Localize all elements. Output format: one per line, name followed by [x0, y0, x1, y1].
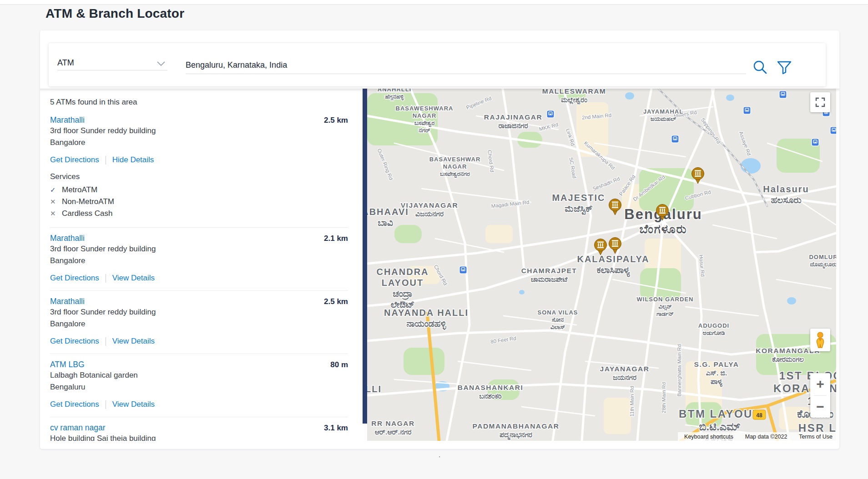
area-label: RR NAGAR: [371, 419, 415, 427]
results-scrollbar[interactable]: [363, 89, 367, 441]
cross-icon: ✕: [50, 198, 62, 206]
result-head: ATM LBG80 m: [50, 360, 348, 369]
get-directions-link[interactable]: Get Directions: [50, 400, 99, 409]
road-label: Bannerghatta Main Rd: [676, 344, 682, 396]
metro-station-icon: [671, 135, 679, 143]
area-label: ADUGODI: [698, 322, 729, 329]
service-label: Non-MetroATM: [62, 197, 114, 206]
area-label: JAYANAGAR: [600, 365, 650, 373]
map[interactable]: Pipeline Rd2nd Main RdMKK RdMillers RdSe…: [367, 89, 836, 441]
result-head: cv raman nagar3.1 km: [50, 423, 348, 433]
details-link[interactable]: View Details: [112, 400, 155, 409]
area-label: BASAVESHWAR: [429, 156, 481, 163]
get-directions-link[interactable]: Get Directions: [50, 155, 99, 165]
commercial-area: [604, 398, 631, 434]
map-canvas[interactable]: Pipeline Rd2nd Main RdMKK RdMillers RdSe…: [367, 89, 836, 441]
area-label: ದೊಮ್ಮಲೂರು: [810, 261, 836, 269]
address-line: 3rd floor Sunder reddy building: [50, 243, 348, 255]
area-label: S.G. PALYA: [694, 360, 739, 368]
area-label: ಹಲಸೂರು: [771, 195, 801, 205]
metro-station-icon: [743, 107, 751, 114]
metro-station-icon: [459, 266, 467, 274]
cross-icon: ✕: [50, 210, 62, 218]
area-label: NAYANDA HALLI: [384, 308, 469, 318]
area-label: LAYOUT: [382, 278, 424, 288]
result-item: Marathalli2.5 km3rd floor Sunder reddy b…: [50, 110, 348, 228]
service-row: ✓MetroATM: [50, 184, 348, 196]
result-actions: Get DirectionsHide Details: [50, 155, 348, 165]
area-label: ಚಂದ್ರಾ: [393, 289, 412, 300]
atm-name-link[interactable]: Marathalli: [50, 115, 85, 125]
area-label: ವಿಜಯನಗರ: [415, 210, 444, 218]
page-title: ATM & Branch Locator: [45, 6, 184, 21]
area-label: WILSON GARDEN: [637, 296, 694, 303]
area-label: ANAHALLI: [378, 89, 411, 93]
road-label: 11th Main Rd: [629, 386, 635, 417]
keyboard-shortcuts-link[interactable]: Keyboard shortcuts: [684, 434, 733, 440]
city-label-kannada: ಬೆಂಗಳೂರು: [639, 222, 687, 236]
fullscreen-icon: [814, 96, 826, 108]
park-area: [640, 268, 681, 300]
distance-label: 80 m: [330, 360, 348, 369]
area-label: ವಿಲಾಸ್: [550, 324, 565, 330]
address-line: Bangalore: [50, 318, 348, 330]
link-separator: [106, 400, 106, 409]
area-label: ABHAAVI: [367, 207, 409, 217]
fullscreen-button[interactable]: [810, 92, 830, 112]
area-label: ಬಿ.ಟಿ.ಎಮ್: [699, 420, 740, 433]
address-line: Bangalore: [50, 255, 348, 267]
search-button[interactable]: [751, 59, 769, 77]
area-label: ಸೋನ: [552, 316, 564, 323]
route-badge-number: 48: [756, 412, 762, 419]
location-type-value: ATM: [57, 58, 74, 67]
area-label: ಕೋರಮಂಗಲ: [772, 355, 804, 363]
location-search-input[interactable]: [186, 57, 746, 74]
atm-name-link[interactable]: Marathalli: [50, 297, 85, 306]
atm-name-link[interactable]: cv raman nagar: [50, 423, 106, 433]
pegman-icon: [814, 332, 827, 348]
location-type-select[interactable]: ATM: [57, 57, 167, 70]
area-label: RAJAJINAGAR: [484, 113, 542, 121]
get-directions-link[interactable]: Get Directions: [50, 337, 99, 346]
details-link[interactable]: View Details: [112, 337, 155, 346]
metro-station-icon: [547, 110, 554, 118]
atm-name-link[interactable]: Marathalli: [50, 234, 85, 243]
area-label: ಅಡುಗೋಡಿ: [703, 329, 725, 336]
pegman-control[interactable]: [810, 329, 830, 351]
link-separator: [106, 156, 106, 165]
terms-of-use-link[interactable]: Terms of Use: [799, 434, 833, 440]
water-body: [741, 158, 761, 174]
zoom-control: + −: [810, 373, 830, 418]
get-directions-link[interactable]: Get Directions: [50, 274, 99, 283]
area-label: ಬಸವೇಶ್ವರ: [414, 120, 435, 127]
stray-dot: .: [439, 451, 440, 459]
details-link[interactable]: Hide Details: [112, 155, 154, 165]
result-item: ATM LBG80 mLalbagh Botanical gardenBenga…: [50, 354, 348, 417]
distance-label: 2.5 km: [324, 116, 348, 125]
water-body: [787, 297, 796, 304]
result-actions: Get DirectionsView Details: [50, 274, 348, 283]
area-label: MAJESTIC: [552, 193, 605, 203]
metro-station-icon: [779, 91, 787, 98]
atm-name-link[interactable]: ATM LBG: [50, 360, 85, 369]
area-label: ರಾಜಾಜಿನಗರ: [498, 122, 528, 130]
park-area: [404, 348, 444, 375]
chevron-down-icon: [156, 61, 166, 66]
result-head: Marathalli2.1 km: [50, 234, 348, 243]
area-label: ಬಾವಿ: [378, 218, 393, 228]
details-link[interactable]: View Details: [112, 274, 155, 283]
filter-button[interactable]: [775, 59, 793, 77]
area-label: ನಾಯಂಡಹಳ್ಳಿ: [406, 319, 446, 330]
result-head: Marathalli2.5 km: [50, 115, 348, 125]
zoom-out-button[interactable]: −: [810, 396, 830, 418]
scrollbar-thumb[interactable]: [363, 89, 367, 424]
distance-label: 3.1 km: [324, 424, 348, 433]
address-line: 3rd floor Sunder reddy building: [50, 125, 348, 137]
zoom-in-button[interactable]: +: [810, 373, 830, 395]
result-actions: Get DirectionsView Details: [50, 337, 348, 346]
area-label: ಬನಶಂಕರಿ: [479, 392, 502, 400]
area-label: NAGAR: [443, 163, 467, 170]
area-label: ಮೆಜೆಸ್ಟಿಕ್: [565, 204, 593, 215]
map-data-copyright: Map data ©2022: [745, 434, 787, 440]
water-body: [519, 290, 525, 294]
